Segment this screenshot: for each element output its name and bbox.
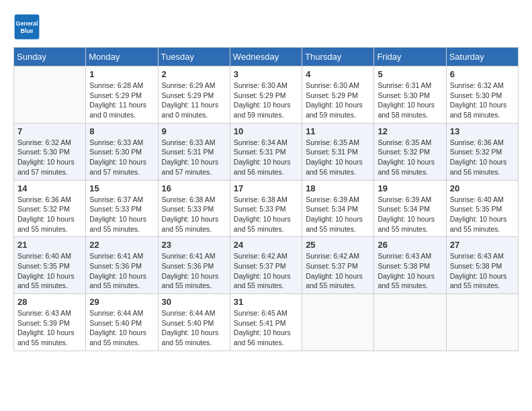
calendar-cell: 9Sunrise: 6:33 AMSunset: 5:31 PMDaylight… [158, 123, 230, 180]
day-info: Sunrise: 6:37 AMSunset: 5:33 PMDaylight:… [89, 195, 154, 234]
calendar-week-row: 28Sunrise: 6:43 AMSunset: 5:39 PMDayligh… [14, 294, 519, 351]
day-info: Sunrise: 6:32 AMSunset: 5:30 PMDaylight:… [450, 81, 515, 120]
calendar-cell: 18Sunrise: 6:39 AMSunset: 5:34 PMDayligh… [302, 180, 374, 237]
calendar-header-wednesday: Wednesday [230, 48, 302, 66]
calendar-cell: 17Sunrise: 6:38 AMSunset: 5:33 PMDayligh… [230, 180, 302, 237]
day-info: Sunrise: 6:40 AMSunset: 5:35 PMDaylight:… [450, 195, 515, 234]
day-info: Sunrise: 6:44 AMSunset: 5:40 PMDaylight:… [89, 308, 154, 348]
calendar-header-saturday: Saturday [446, 48, 518, 66]
calendar-cell: 13Sunrise: 6:36 AMSunset: 5:32 PMDayligh… [446, 123, 518, 180]
day-number: 28 [17, 297, 82, 307]
day-info: Sunrise: 6:35 AMSunset: 5:32 PMDaylight:… [378, 138, 442, 177]
calendar-cell: 22Sunrise: 6:41 AMSunset: 5:36 PMDayligh… [86, 237, 158, 294]
day-info: Sunrise: 6:38 AMSunset: 5:33 PMDaylight:… [162, 195, 226, 234]
svg-text:General: General [16, 20, 38, 27]
day-number: 26 [378, 240, 442, 250]
calendar-header-thursday: Thursday [302, 48, 374, 66]
day-info: Sunrise: 6:43 AMSunset: 5:38 PMDaylight:… [450, 251, 515, 291]
day-number: 4 [306, 69, 370, 79]
calendar-cell: 26Sunrise: 6:43 AMSunset: 5:38 PMDayligh… [374, 237, 446, 294]
svg-rect-0 [15, 15, 40, 40]
day-info: Sunrise: 6:43 AMSunset: 5:39 PMDaylight:… [17, 308, 82, 348]
day-number: 6 [450, 69, 515, 79]
calendar-cell: 27Sunrise: 6:43 AMSunset: 5:38 PMDayligh… [446, 237, 518, 294]
calendar-header-sunday: Sunday [14, 48, 86, 66]
day-info: Sunrise: 6:42 AMSunset: 5:37 PMDaylight:… [306, 251, 370, 291]
day-info: Sunrise: 6:36 AMSunset: 5:32 PMDaylight:… [450, 138, 515, 177]
calendar-table: SundayMondayTuesdayWednesdayThursdayFrid… [13, 47, 519, 351]
calendar-cell: 5Sunrise: 6:31 AMSunset: 5:30 PMDaylight… [374, 66, 446, 124]
day-number: 19 [378, 183, 442, 193]
calendar-cell: 12Sunrise: 6:35 AMSunset: 5:32 PMDayligh… [374, 123, 446, 180]
day-number: 27 [450, 240, 515, 250]
calendar-cell: 31Sunrise: 6:45 AMSunset: 5:41 PMDayligh… [230, 294, 302, 351]
calendar-cell: 6Sunrise: 6:32 AMSunset: 5:30 PMDaylight… [446, 66, 518, 124]
day-number: 24 [234, 240, 298, 250]
calendar-header-row: SundayMondayTuesdayWednesdayThursdayFrid… [14, 48, 519, 66]
calendar-week-row: 14Sunrise: 6:36 AMSunset: 5:32 PMDayligh… [14, 180, 519, 237]
svg-text:Blue: Blue [20, 28, 33, 34]
calendar-cell: 4Sunrise: 6:30 AMSunset: 5:29 PMDaylight… [302, 66, 374, 124]
day-info: Sunrise: 6:30 AMSunset: 5:29 PMDaylight:… [306, 81, 370, 120]
day-number: 25 [306, 240, 370, 250]
day-info: Sunrise: 6:36 AMSunset: 5:32 PMDaylight:… [17, 195, 82, 234]
day-number: 1 [89, 69, 154, 79]
calendar-header-tuesday: Tuesday [158, 48, 230, 66]
day-number: 5 [378, 69, 442, 79]
day-number: 18 [306, 183, 370, 193]
day-number: 31 [234, 297, 298, 307]
day-number: 11 [306, 126, 370, 136]
day-info: Sunrise: 6:43 AMSunset: 5:38 PMDaylight:… [378, 251, 442, 291]
calendar-cell: 28Sunrise: 6:43 AMSunset: 5:39 PMDayligh… [14, 294, 86, 351]
day-number: 30 [162, 297, 226, 307]
calendar-week-row: 7Sunrise: 6:32 AMSunset: 5:30 PMDaylight… [14, 123, 519, 180]
calendar-week-row: 1Sunrise: 6:28 AMSunset: 5:29 PMDaylight… [14, 66, 519, 124]
calendar-cell: 3Sunrise: 6:30 AMSunset: 5:29 PMDaylight… [230, 66, 302, 124]
calendar-week-row: 21Sunrise: 6:40 AMSunset: 5:35 PMDayligh… [14, 237, 519, 294]
calendar-cell: 10Sunrise: 6:34 AMSunset: 5:31 PMDayligh… [230, 123, 302, 180]
day-info: Sunrise: 6:33 AMSunset: 5:31 PMDaylight:… [162, 138, 226, 177]
day-info: Sunrise: 6:28 AMSunset: 5:29 PMDaylight:… [89, 81, 154, 120]
day-info: Sunrise: 6:30 AMSunset: 5:29 PMDaylight:… [234, 81, 298, 120]
day-info: Sunrise: 6:39 AMSunset: 5:34 PMDaylight:… [306, 195, 370, 234]
day-number: 16 [162, 183, 226, 193]
day-number: 29 [89, 297, 154, 307]
day-number: 23 [162, 240, 226, 250]
day-info: Sunrise: 6:31 AMSunset: 5:30 PMDaylight:… [378, 81, 442, 120]
calendar-cell: 11Sunrise: 6:35 AMSunset: 5:31 PMDayligh… [302, 123, 374, 180]
calendar-cell: 23Sunrise: 6:41 AMSunset: 5:36 PMDayligh… [158, 237, 230, 294]
day-info: Sunrise: 6:35 AMSunset: 5:31 PMDaylight:… [306, 138, 370, 177]
calendar-header-friday: Friday [374, 48, 446, 66]
day-info: Sunrise: 6:41 AMSunset: 5:36 PMDaylight:… [89, 251, 154, 291]
day-info: Sunrise: 6:40 AMSunset: 5:35 PMDaylight:… [17, 251, 82, 291]
day-info: Sunrise: 6:44 AMSunset: 5:40 PMDaylight:… [162, 308, 226, 348]
day-number: 14 [17, 183, 82, 193]
day-info: Sunrise: 6:45 AMSunset: 5:41 PMDaylight:… [234, 308, 298, 348]
day-number: 17 [234, 183, 298, 193]
day-info: Sunrise: 6:42 AMSunset: 5:37 PMDaylight:… [234, 251, 298, 291]
day-info: Sunrise: 6:33 AMSunset: 5:30 PMDaylight:… [89, 138, 154, 177]
day-number: 10 [234, 126, 298, 136]
calendar-cell [14, 66, 86, 124]
day-number: 3 [234, 69, 298, 79]
day-number: 2 [162, 69, 226, 79]
calendar-cell [302, 294, 374, 351]
calendar-cell: 16Sunrise: 6:38 AMSunset: 5:33 PMDayligh… [158, 180, 230, 237]
day-number: 12 [378, 126, 442, 136]
calendar-cell: 24Sunrise: 6:42 AMSunset: 5:37 PMDayligh… [230, 237, 302, 294]
calendar-cell: 14Sunrise: 6:36 AMSunset: 5:32 PMDayligh… [14, 180, 86, 237]
logo: General Blue [13, 13, 43, 40]
calendar-cell: 29Sunrise: 6:44 AMSunset: 5:40 PMDayligh… [86, 294, 158, 351]
calendar-cell [374, 294, 446, 351]
page-header: General Blue [13, 13, 519, 40]
day-info: Sunrise: 6:41 AMSunset: 5:36 PMDaylight:… [162, 251, 226, 291]
calendar-cell: 20Sunrise: 6:40 AMSunset: 5:35 PMDayligh… [446, 180, 518, 237]
day-info: Sunrise: 6:29 AMSunset: 5:29 PMDaylight:… [162, 81, 226, 120]
calendar-cell: 1Sunrise: 6:28 AMSunset: 5:29 PMDaylight… [86, 66, 158, 124]
day-number: 13 [450, 126, 515, 136]
day-number: 7 [17, 126, 82, 136]
day-number: 20 [450, 183, 515, 193]
calendar-cell: 30Sunrise: 6:44 AMSunset: 5:40 PMDayligh… [158, 294, 230, 351]
calendar-cell: 2Sunrise: 6:29 AMSunset: 5:29 PMDaylight… [158, 66, 230, 124]
day-number: 9 [162, 126, 226, 136]
